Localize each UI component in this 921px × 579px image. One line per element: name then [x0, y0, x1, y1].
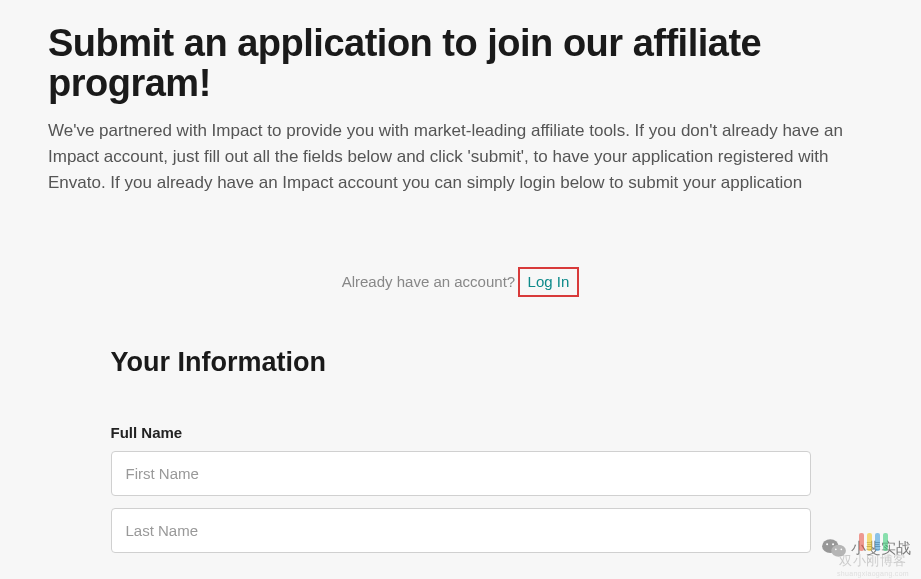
full-name-label: Full Name [111, 424, 811, 441]
login-prompt-text: Already have an account? [342, 273, 515, 290]
bar-icon [883, 533, 888, 551]
svg-point-2 [826, 543, 828, 545]
bar-icon [859, 533, 864, 551]
watermark-blog-bars [859, 533, 888, 551]
last-name-input[interactable] [111, 508, 811, 553]
page-description: We've partnered with Impact to provide y… [48, 118, 873, 197]
section-heading-your-information: Your Information [111, 347, 811, 378]
page-title: Submit an application to join our affili… [48, 24, 873, 104]
login-link[interactable]: Log In [528, 273, 570, 290]
login-link-highlight: Log In [518, 267, 580, 297]
watermark-blog-url: shuangxiaogang.com [837, 570, 909, 577]
bar-icon [875, 533, 880, 551]
bar-icon [867, 533, 872, 551]
watermark-blog-name: 双小刚博客 [839, 552, 907, 570]
first-name-input[interactable] [111, 451, 811, 496]
form-section: Your Information Full Name [111, 347, 811, 565]
login-prompt-area: Already have an account? Log In [48, 267, 873, 297]
watermark-blog: 双小刚博客 shuangxiaogang.com [837, 533, 909, 577]
svg-point-3 [832, 543, 834, 545]
